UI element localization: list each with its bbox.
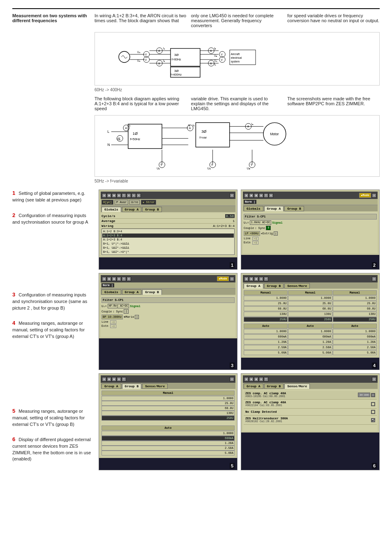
s3-icon-5[interactable]: ≡ (122, 277, 126, 281)
s4-icon-3[interactable]: ▦ (254, 277, 258, 281)
device-check-4[interactable] (371, 418, 375, 422)
cv-1000-2[interactable]: 1.0000 (288, 329, 332, 334)
s6-icon-4[interactable]: ▤ (259, 377, 263, 382)
s4-icon-2[interactable]: ▦ (249, 277, 254, 281)
vv-1000-2[interactable]: 1.0000 (288, 296, 332, 301)
cv-500-2[interactable]: 5.00A (288, 350, 332, 355)
s6-icon-5[interactable]: ≡ (264, 377, 268, 382)
s6-icon-3[interactable]: ▦ (254, 377, 258, 382)
toolbar-icon-right[interactable]: ⊙ (230, 193, 234, 198)
cv-1000-1[interactable]: 1.0000 (244, 329, 288, 334)
vv-250-2[interactable]: 25.0U (288, 301, 332, 306)
cv-600m-1[interactable]: 600mA (244, 334, 288, 339)
vv-600-1[interactable]: 60.0U (244, 306, 288, 311)
cv-1000-3[interactable]: 1.0000 (333, 329, 377, 334)
s3-icon-right[interactable]: ⊙ (230, 277, 234, 281)
s5-icon-1[interactable]: ▤ (102, 377, 106, 382)
s5-icon-4[interactable]: ▤ (117, 377, 121, 382)
cv-120-3[interactable]: 1.20A (333, 340, 377, 345)
s5-icon-right[interactable]: ⊙ (230, 377, 234, 382)
s5-v-1000[interactable]: 1.0000 (101, 396, 235, 401)
wiring-opt-5[interactable]: B+1, U∆I*->U*|* (102, 250, 234, 254)
device-item-3[interactable]: No Clamp Detected (244, 409, 377, 416)
cv-600m-3[interactable]: 600mA (333, 334, 377, 339)
s3-icon-3[interactable]: ▦ (112, 277, 116, 281)
s4-icon-4[interactable]: ▤ (259, 277, 263, 281)
tab-groupB-1[interactable]: Group B (142, 207, 162, 212)
tab-groupB-2[interactable]: Group B (284, 206, 304, 211)
tab-groupB-4[interactable]: Group B (264, 283, 284, 289)
cv-120-1[interactable]: 1.20A (244, 340, 288, 345)
tab-sense-6[interactable]: Sense/More (284, 384, 310, 389)
toolbar-icon-6[interactable]: ⊞ (127, 193, 131, 198)
s2-icon-4[interactable]: ▤ (259, 193, 263, 198)
vv-250v-3[interactable]: 250U (333, 317, 377, 322)
mario-toggle[interactable]: | (135, 315, 139, 319)
s5-c-1000[interactable]: 1.0000 (101, 431, 235, 436)
vv-130-3[interactable]: 130U (333, 312, 377, 317)
tab-sense-4[interactable]: Sense/More (284, 283, 310, 289)
s5-c-250[interactable]: 2.50A (101, 446, 235, 451)
tab-groupA-3[interactable]: Group A (122, 289, 142, 295)
tab-groupB-5[interactable]: Group B (122, 384, 142, 389)
device-check-1[interactable] (371, 393, 375, 397)
sync-btn-2[interactable]: 8 (266, 226, 271, 230)
tab-groupA-5[interactable]: Group A (101, 384, 121, 389)
vv-1000-3[interactable]: 1.0000 (333, 296, 377, 301)
s4-icon-1[interactable]: ▤ (244, 277, 249, 281)
s2-icon-5[interactable]: ≡ (264, 193, 268, 198)
wiring-opt-4[interactable]: B+1, U∆I*->U∆I∆ (102, 246, 234, 250)
toolbar-icon-2[interactable]: ▦ (107, 193, 111, 198)
cv-250-1[interactable]: 2.50A (244, 345, 288, 350)
s3-icon-6[interactable]: ⊞ (127, 277, 131, 281)
vv-600-2[interactable]: 60.0U (288, 306, 332, 311)
vv-250-3[interactable]: 25.0U (333, 301, 377, 306)
extrig-toggle[interactable]: | (274, 231, 278, 236)
line-input-3[interactable]: —| (110, 320, 116, 324)
tab-groupB-6[interactable]: Group B (264, 384, 284, 389)
vv-1000-1[interactable]: 1.0000 (244, 296, 288, 301)
s5-icon-5[interactable]: ≡ (122, 377, 126, 382)
s5-icon-2[interactable]: ▦ (107, 377, 111, 382)
tab-groupA-1[interactable]: Group A (122, 207, 142, 212)
s4-icon-right[interactable]: ⊙ (372, 277, 376, 281)
cv-120-2[interactable]: 1.20A (288, 340, 332, 345)
s2-icon-2[interactable]: ▦ (249, 193, 254, 198)
wiring-opt-3[interactable]: B+1, U*|*->U∆I∆ (102, 242, 234, 246)
tab-groupA-4[interactable]: Group A (244, 283, 263, 289)
vv-130-2[interactable]: 130U (288, 312, 332, 317)
vv-250v-2[interactable]: 250U (288, 317, 332, 322)
toolbar-icon-7[interactable]: ⊡ (131, 193, 136, 198)
wiring-opt-1[interactable]: A:1+2+3 B:4 (102, 234, 234, 238)
tab-globals-3[interactable]: Globals (101, 289, 121, 295)
sync-btn-3[interactable]: | (124, 309, 129, 314)
cv-250-3[interactable]: 2.50A (333, 345, 377, 350)
s5-v-250v[interactable]: 250U (101, 416, 235, 421)
device-item-1[interactable]: ZES comp. AC clamp 40A #003-10105 Cal:09… (244, 391, 377, 400)
tab-globals-1[interactable]: Globals (101, 207, 121, 212)
wiring-dropdown[interactable]: A:1+2 B:3+4 A:1+2+3 B:4 A:1+2+3 B:4 B+1,… (101, 229, 235, 255)
toolbar-icon-1[interactable]: ▤ (102, 193, 106, 198)
s2-icon-right[interactable]: ⊙ (372, 193, 376, 198)
vv-250v-1[interactable]: 250U (244, 317, 288, 322)
tab-groupB-3[interactable]: Group B (142, 289, 162, 295)
s5-icon-3[interactable]: ▦ (112, 377, 116, 382)
cv-500-1[interactable]: 5.00A (244, 350, 288, 355)
device-item-4[interactable]: ZES Halltransducer 300A #0020102 Cal:20.… (244, 416, 377, 425)
cv-250-2[interactable]: 2.50A (288, 345, 332, 350)
s3-icon-2[interactable]: ▦ (107, 277, 111, 281)
s5-v-600[interactable]: 60.0U (101, 406, 235, 411)
s5-v-130[interactable]: 130U (101, 411, 235, 416)
vv-130-1[interactable]: 130U (244, 312, 288, 317)
device-item-2[interactable]: ZES comp. AC clamp 40A #0022104 Cal:03.0… (244, 400, 377, 409)
vv-600-3[interactable]: 60.0U (333, 306, 377, 311)
s2-icon-3[interactable]: ▦ (254, 193, 258, 198)
vv-250-1[interactable]: 25.0U (244, 301, 288, 306)
s2-icon-1[interactable]: ▤ (244, 193, 249, 198)
cv-500-3[interactable]: 5.00A (333, 350, 377, 355)
s3-icon-1[interactable]: ▤ (102, 277, 106, 281)
toolbar-icon-8[interactable]: ⊡ (136, 193, 141, 198)
tab-globals-2[interactable]: Globals (244, 206, 263, 211)
extn-input-3[interactable]: —| (110, 324, 116, 328)
s3-icon-4[interactable]: ▤ (117, 277, 121, 281)
